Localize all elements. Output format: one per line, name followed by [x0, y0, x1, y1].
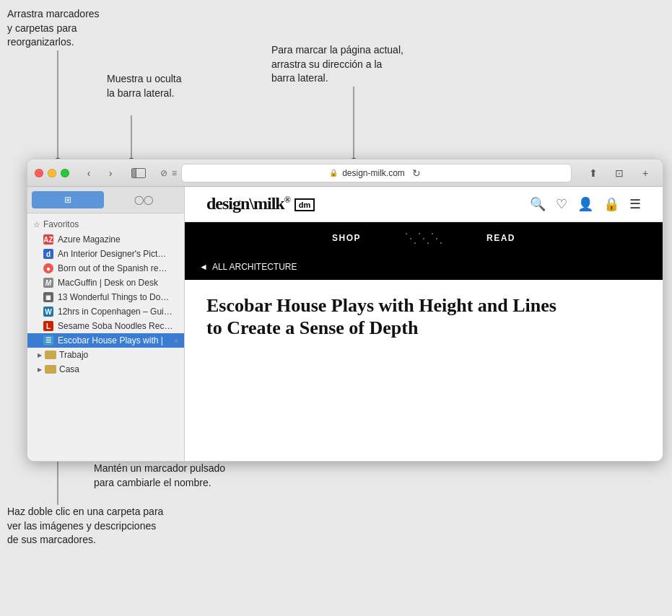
- folder-casa[interactable]: ▶ Casa: [27, 362, 184, 377]
- bookmark-icon-born: ●: [43, 263, 53, 273]
- share-icon: ⬆: [589, 167, 598, 179]
- bookmark-label-12hrs: 12hrs in Copenhagen – Gui…: [58, 307, 178, 317]
- article-title-line2: to Create a Sense of Depth: [206, 317, 418, 338]
- wishlist-icon[interactable]: ♡: [556, 196, 567, 212]
- logo-area: design\milk® dm: [206, 194, 315, 214]
- reader-icon: ≡: [172, 168, 177, 178]
- bookmark-label-13wonderful: 13 Wonderful Things to Do…: [58, 292, 178, 302]
- annotation-hold-bookmark: Mantén un marcador pulsado para cambiarl…: [94, 462, 225, 490]
- bookmark-icon-azure: AZ: [43, 234, 53, 245]
- article-content: Escobar House Plays with Height and Line…: [185, 280, 663, 461]
- bookmarks-tab-icon: ⊞: [64, 195, 71, 205]
- address-text: design-milk.com: [342, 168, 405, 178]
- folder-icon-casa: [45, 365, 56, 374]
- lock-icon: 🔒: [329, 169, 338, 177]
- reading-list-icon: ◯◯: [134, 195, 153, 205]
- account-icon[interactable]: 👤: [577, 196, 593, 212]
- all-architecture-bar: ◄ ALL ARCHITECTURE: [185, 254, 663, 280]
- folder-label-casa: Casa: [59, 364, 79, 374]
- bookmark-icon-12hrs: W: [43, 307, 53, 317]
- bookmark-icon-escobar: ☰: [43, 335, 53, 346]
- bookmark-icon-sesame: L: [43, 321, 53, 331]
- address-bar[interactable]: 🔒 design-milk.com ↻: [181, 164, 572, 182]
- favorites-label: Favoritos: [43, 219, 79, 229]
- forward-icon: ›: [109, 167, 113, 179]
- browser-content: ⊞ ◯◯ ☆ Favoritos AZ Azure Magazine d: [27, 187, 663, 461]
- share-button[interactable]: ⬆: [583, 164, 603, 182]
- bookmark-label-born: Born out of the Spanish re…: [58, 263, 178, 273]
- all-architecture-link[interactable]: ◄ ALL ARCHITECTURE: [199, 262, 297, 272]
- search-icon[interactable]: 🔍: [530, 196, 546, 212]
- bookmark-icon-interior: d: [43, 249, 53, 259]
- bookmark-item-azure[interactable]: AZ Azure Magazine: [27, 232, 184, 247]
- nav-divider: ⋱⋱⋱: [404, 230, 443, 246]
- bookmark-item-12hrs[interactable]: W 12hrs in Copenhagen – Gui…: [27, 304, 184, 319]
- privacy-icon: ⊘: [160, 168, 167, 178]
- maximize-button[interactable]: [61, 169, 69, 177]
- minimize-button[interactable]: [48, 169, 56, 177]
- menu-icon[interactable]: ☰: [629, 196, 641, 212]
- tab-reading-list[interactable]: ◯◯: [108, 191, 180, 208]
- traffic-lights: [35, 169, 69, 177]
- tab-bookmarks[interactable]: ⊞: [32, 191, 104, 208]
- annotation-sidebar-toggle: Muestra u oculta la barra lateral.: [107, 72, 182, 100]
- bookmark-item-macguffin[interactable]: M MacGuffin | Desk on Desk: [27, 276, 184, 290]
- nav-item-read[interactable]: READ: [486, 233, 515, 243]
- bookmark-label-macguffin: MacGuffin | Desk on Desk: [58, 278, 178, 288]
- bookmark-list: ☆ Favoritos AZ Azure Magazine d An Inter…: [27, 214, 184, 461]
- bookmark-item-13wonderful[interactable]: ▦ 13 Wonderful Things to Do…: [27, 290, 184, 304]
- back-icon: ‹: [87, 167, 91, 179]
- logo-box: dm: [294, 198, 315, 211]
- sidebar-toggle-button[interactable]: [128, 166, 149, 180]
- folder-triangle-trabajo: ▶: [38, 352, 42, 358]
- sidebar-toggle-icon: [131, 168, 146, 178]
- bookmark-item-escobar[interactable]: ☰ Escobar House Plays with | ×: [27, 333, 184, 348]
- bookmark-label-azure: Azure Magazine: [58, 234, 178, 245]
- annotation-drag-bookmarks: Arrastra marcadores y carpetas para reor…: [7, 7, 100, 50]
- bookmark-label-escobar: Escobar House Plays with |: [58, 335, 170, 346]
- bookmark-icon-macguffin: M: [43, 278, 53, 288]
- nav-buttons: ‹ ›: [79, 166, 120, 180]
- bookmark-icon-13wonderful: ▦: [43, 292, 53, 302]
- annotation-drag-address: Para marcar la página actual, arrastra s…: [271, 43, 403, 86]
- bookmark-item-born[interactable]: ● Born out of the Spanish re…: [27, 261, 184, 276]
- folder-icon-trabajo: [45, 351, 56, 359]
- folder-trabajo[interactable]: ▶ Trabajo: [27, 348, 184, 362]
- header-icons: 🔍 ♡ 👤 🔒 ☰: [530, 196, 641, 212]
- title-bar: ‹ › ⊘ ≡ 🔒 design-milk.com ↻ ⬆: [27, 159, 663, 187]
- sidebar-tabs: ⊞ ◯◯: [27, 187, 184, 214]
- nav-menu: SHOP ⋱⋱⋱ READ: [185, 222, 663, 254]
- bookmark-label-interior: An Interior Designer's Pict…: [58, 249, 178, 259]
- logo-text: design\milk®: [206, 194, 290, 214]
- address-bar-container: ⊘ ≡ 🔒 design-milk.com ↻: [160, 164, 572, 182]
- article-title-line1: Escobar House Plays with Height and Line…: [206, 295, 557, 316]
- website-header: design\milk® dm 🔍 ♡ 👤 🔒 ☰: [185, 187, 663, 222]
- new-tab-plus-button[interactable]: +: [635, 164, 655, 182]
- folder-triangle-casa: ▶: [38, 366, 42, 373]
- article-title: Escobar House Plays with Height and Line…: [206, 294, 611, 339]
- folder-label-trabajo: Trabajo: [59, 350, 88, 360]
- bookmark-item-sesame[interactable]: L Sesame Soba Noodles Rec…: [27, 319, 184, 333]
- reload-button[interactable]: ↻: [409, 167, 424, 179]
- bookmark-label-sesame: Sesame Soba Noodles Rec…: [58, 321, 178, 331]
- bookmark-close-icon[interactable]: ×: [174, 337, 178, 345]
- bookmark-item-interior[interactable]: d An Interior Designer's Pict…: [27, 247, 184, 261]
- favorites-section-header[interactable]: ☆ Favoritos: [27, 216, 184, 232]
- back-button[interactable]: ‹: [79, 166, 98, 180]
- toolbar-right: ⬆ ⊡ +: [583, 164, 655, 182]
- sidebar: ⊞ ◯◯ ☆ Favoritos AZ Azure Magazine d: [27, 187, 185, 461]
- add-tab-icon: ⊡: [615, 167, 624, 179]
- browser-window: ‹ › ⊘ ≡ 🔒 design-milk.com ↻ ⬆: [27, 159, 663, 462]
- plus-icon: +: [642, 167, 648, 179]
- add-tab-button[interactable]: ⊡: [609, 164, 629, 182]
- annotation-double-click-folder: Haz doble clic en una carpeta para ver l…: [7, 505, 163, 547]
- close-button[interactable]: [35, 169, 43, 177]
- all-architecture-label: ALL ARCHITECTURE: [212, 262, 297, 272]
- cart-icon[interactable]: 🔒: [603, 196, 619, 212]
- nav-item-shop[interactable]: SHOP: [332, 233, 361, 243]
- forward-button[interactable]: ›: [101, 166, 120, 180]
- back-arrow-icon: ◄: [199, 262, 208, 272]
- star-icon: ☆: [33, 220, 40, 229]
- main-content: design\milk® dm 🔍 ♡ 👤 🔒 ☰ SHOP ⋱⋱⋱ READ: [185, 187, 663, 461]
